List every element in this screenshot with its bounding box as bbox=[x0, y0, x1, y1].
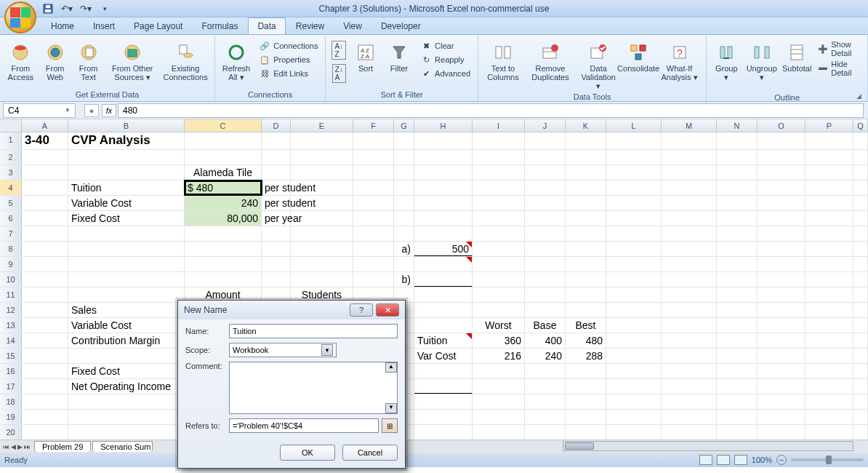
refers-to-input[interactable] bbox=[229, 418, 379, 433]
page-layout-view-button[interactable] bbox=[717, 455, 730, 465]
cell-B16[interactable]: Fixed Cost bbox=[68, 364, 185, 378]
sort-asc-button[interactable]: A↓Z bbox=[330, 39, 347, 61]
tab-page-layout[interactable]: Page Layout bbox=[125, 18, 191, 34]
col-I[interactable]: I bbox=[473, 119, 525, 132]
from-other-sources-button[interactable]: From Other Sources ▾ bbox=[107, 39, 158, 83]
cell-B4[interactable]: Tuition bbox=[68, 180, 185, 195]
dialog-close-button[interactable]: ✕ bbox=[376, 303, 399, 317]
cell-I15[interactable]: 216 bbox=[473, 349, 525, 363]
group-button[interactable]: Group ▾ bbox=[711, 39, 742, 83]
existing-connections-button[interactable]: Existing Connections bbox=[161, 39, 209, 83]
cell-C3[interactable]: Alameda Tile bbox=[185, 165, 262, 180]
name-box[interactable]: C4▼ bbox=[3, 103, 76, 118]
reapply-button[interactable]: ↻Reapply bbox=[417, 53, 473, 66]
col-A[interactable]: A bbox=[22, 119, 68, 132]
undo-icon[interactable]: ↶▾ bbox=[61, 3, 73, 15]
from-text-button[interactable]: From Text bbox=[73, 39, 104, 83]
office-button[interactable] bbox=[4, 1, 36, 33]
refresh-all-button[interactable]: Refresh All ▾ bbox=[220, 39, 254, 83]
zoom-value[interactable]: 100% bbox=[752, 456, 772, 464]
cell-I13[interactable]: Worst bbox=[473, 318, 525, 333]
cell-K13[interactable]: Best bbox=[566, 318, 606, 333]
range-picker-button[interactable]: ⊞ bbox=[382, 418, 398, 433]
tab-view[interactable]: View bbox=[334, 18, 371, 34]
show-detail-button[interactable]: ➕Show Detail bbox=[815, 39, 863, 58]
zoom-slider[interactable] bbox=[791, 458, 864, 461]
col-F[interactable]: F bbox=[353, 119, 394, 132]
dialog-help-button[interactable]: ? bbox=[350, 303, 373, 317]
scope-select[interactable]: Workbook▼ bbox=[229, 343, 337, 357]
cell-G8[interactable]: a) bbox=[394, 242, 414, 256]
col-C[interactable]: C bbox=[185, 119, 262, 132]
name-input[interactable] bbox=[229, 324, 398, 338]
edit-links-button[interactable]: ⛓Edit Links bbox=[256, 67, 321, 80]
filter-button[interactable]: Filter bbox=[384, 39, 414, 74]
col-H[interactable]: H bbox=[414, 119, 473, 132]
normal-view-button[interactable] bbox=[699, 455, 712, 465]
tab-review[interactable]: Review bbox=[287, 18, 333, 34]
sheet-next-icon[interactable]: ▶ bbox=[17, 443, 23, 450]
cell-H14[interactable]: Tuition bbox=[414, 333, 473, 348]
col-L[interactable]: L bbox=[606, 119, 662, 132]
ok-button[interactable]: OK bbox=[280, 445, 335, 461]
col-K[interactable]: K bbox=[566, 119, 606, 132]
sheet-tab-scenario[interactable]: Scenario Sum bbox=[92, 441, 153, 452]
tab-home[interactable]: Home bbox=[42, 18, 83, 34]
cell-K15[interactable]: 288 bbox=[566, 349, 606, 363]
col-G[interactable]: G bbox=[394, 119, 414, 132]
redo-icon[interactable]: ↷▾ bbox=[80, 3, 92, 15]
subtotal-button[interactable]: Subtotal bbox=[781, 39, 812, 74]
cell-A1[interactable]: 3-40 bbox=[22, 132, 68, 149]
dialog-title-bar[interactable]: New Name ? ✕ bbox=[178, 301, 405, 319]
what-if-button[interactable]: ?What-If Analysis ▾ bbox=[657, 39, 702, 83]
cell-D6[interactable]: per year bbox=[262, 211, 291, 226]
fx-button[interactable]: fx bbox=[102, 104, 116, 117]
properties-button[interactable]: 📋Properties bbox=[256, 53, 321, 66]
cell-J15[interactable]: 240 bbox=[525, 349, 566, 363]
sheet-tab-problem-29[interactable]: Problem 29 bbox=[34, 441, 91, 452]
col-E[interactable]: E bbox=[291, 119, 353, 132]
sort-button[interactable]: A ZZ ASort bbox=[350, 39, 381, 74]
spreadsheet-grid[interactable]: A B C D E F G H I J K L M N O P Q 1 3-40… bbox=[0, 119, 868, 440]
save-icon[interactable] bbox=[42, 3, 54, 15]
cell-C6[interactable]: 80,000 bbox=[185, 211, 262, 226]
col-J[interactable]: J bbox=[525, 119, 566, 132]
cell-B12[interactable]: Sales bbox=[68, 303, 185, 317]
hscroll-thumb[interactable] bbox=[565, 442, 594, 450]
cell-J14[interactable]: 400 bbox=[525, 333, 566, 348]
page-break-view-button[interactable] bbox=[734, 455, 747, 465]
cancel-button[interactable]: Cancel bbox=[342, 445, 398, 461]
sheet-prev-icon[interactable]: ◀ bbox=[11, 443, 16, 450]
cell-J13[interactable]: Base bbox=[525, 318, 566, 333]
cell-B6[interactable]: Fixed Cost bbox=[68, 211, 185, 226]
data-validation-button[interactable]: Data Validation ▾ bbox=[577, 39, 619, 92]
cell-G10[interactable]: b) bbox=[394, 272, 414, 287]
sheet-last-icon[interactable]: ⏭ bbox=[24, 443, 31, 450]
sheet-first-icon[interactable]: ⏮ bbox=[3, 443, 9, 450]
col-O[interactable]: O bbox=[758, 119, 805, 132]
cell-C5[interactable]: 240 bbox=[185, 196, 262, 210]
col-M[interactable]: M bbox=[662, 119, 717, 132]
remove-duplicates-button[interactable]: Remove Duplicates bbox=[526, 39, 574, 83]
tab-formulas[interactable]: Formulas bbox=[193, 18, 246, 34]
col-D[interactable]: D bbox=[262, 119, 291, 132]
from-web-button[interactable]: From Web bbox=[40, 39, 71, 83]
zoom-out-icon[interactable]: − bbox=[776, 455, 787, 465]
cell-B5[interactable]: Variable Cost bbox=[68, 196, 185, 210]
scroll-up-icon[interactable]: ▲ bbox=[385, 362, 397, 373]
ungroup-button[interactable]: Ungroup ▾ bbox=[744, 39, 779, 83]
cell-D4[interactable]: per student bbox=[262, 180, 291, 195]
horizontal-scrollbar[interactable] bbox=[563, 441, 853, 451]
col-Q[interactable]: Q bbox=[853, 119, 868, 132]
chevron-down-icon[interactable]: ▼ bbox=[321, 344, 333, 356]
cell-B1[interactable]: CVP Analysis bbox=[68, 132, 185, 149]
cell-B17[interactable]: Net Operating Income bbox=[68, 379, 185, 394]
qat-customize-icon[interactable]: ▾ bbox=[99, 3, 110, 15]
tab-data[interactable]: Data bbox=[248, 17, 285, 34]
clear-button[interactable]: ✖Clear bbox=[417, 39, 473, 52]
formula-input[interactable]: 480 bbox=[118, 103, 864, 118]
col-B[interactable]: B bbox=[68, 119, 185, 132]
cell-H8[interactable]: 500 bbox=[414, 242, 473, 256]
sort-desc-button[interactable]: Z↓A bbox=[330, 63, 347, 84]
tab-developer[interactable]: Developer bbox=[372, 18, 430, 34]
